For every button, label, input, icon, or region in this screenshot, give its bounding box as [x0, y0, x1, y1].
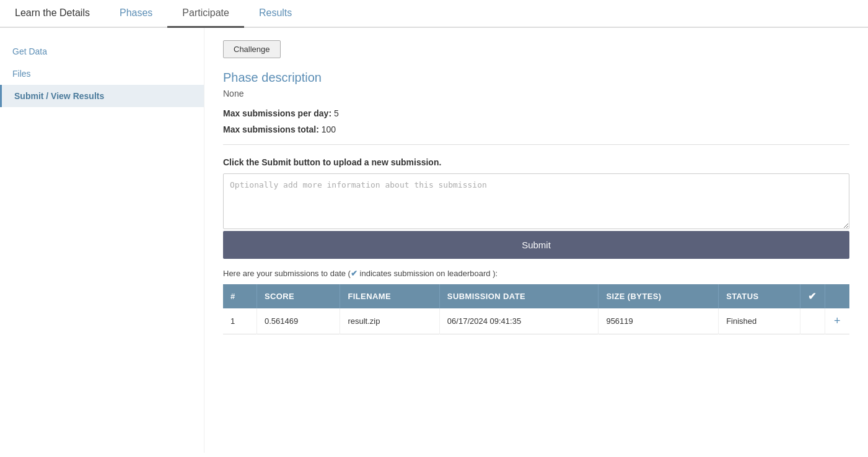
top-nav: Learn the Details Phases Participate Res…	[0, 0, 868, 28]
cell-size-bytes: 956119	[598, 308, 719, 334]
col-header-size-bytes: SIZE (BYTES)	[598, 284, 719, 308]
sidebar-item-files[interactable]: Files	[0, 63, 204, 85]
cell-action[interactable]: +	[825, 308, 849, 334]
tab-results[interactable]: Results	[244, 0, 307, 28]
sidebar-item-get-data[interactable]: Get Data	[0, 40, 204, 63]
phase-title: Phase description	[223, 71, 849, 85]
challenge-button[interactable]: Challenge	[223, 40, 281, 58]
col-header-num: #	[223, 284, 257, 308]
table-header-row: # SCORE FILENAME SUBMISSION DATE SIZE (B…	[223, 284, 849, 308]
cell-filename: result.zip	[340, 308, 439, 334]
checkmark-header-icon: ✔	[808, 291, 816, 302]
col-header-leaderboard: ✔	[800, 284, 825, 308]
submissions-to-date-text: Here are your submissions to date (✔ ind…	[223, 269, 849, 278]
col-header-filename: FILENAME	[340, 284, 439, 308]
cell-score: 0.561469	[257, 308, 340, 334]
sidebar: Get Data Files Submit / View Results	[0, 28, 204, 453]
main-content: Challenge Phase description None Max sub…	[204, 28, 868, 453]
cell-num: 1	[223, 308, 257, 334]
col-header-submission-date: SUBMISSION DATE	[439, 284, 598, 308]
cell-leaderboard-check	[800, 308, 825, 334]
cell-status: Finished	[719, 308, 800, 334]
col-header-action	[825, 284, 849, 308]
col-header-status: STATUS	[719, 284, 800, 308]
col-header-score: SCORE	[257, 284, 340, 308]
divider	[223, 144, 849, 145]
submit-button[interactable]: Submit	[223, 231, 849, 259]
tab-learn-details[interactable]: Learn the Details	[0, 0, 105, 28]
submit-instruction: Click the Submit button to upload a new …	[223, 157, 849, 167]
expand-icon[interactable]: +	[834, 315, 841, 327]
submission-description-textarea[interactable]	[223, 173, 849, 229]
phase-description: None	[223, 89, 849, 98]
sidebar-item-submit-view[interactable]: Submit / View Results	[0, 85, 204, 107]
table-row: 1 0.561469 result.zip 06/17/2024 09:41:3…	[223, 308, 849, 334]
max-submissions-per-day: Max submissions per day: 5	[223, 108, 849, 118]
max-submissions-total: Max submissions total: 100	[223, 124, 849, 134]
leaderboard-checkmark-info: ✔	[351, 269, 357, 278]
tab-phases[interactable]: Phases	[105, 0, 167, 28]
tab-participate[interactable]: Participate	[167, 0, 244, 28]
submissions-table: # SCORE FILENAME SUBMISSION DATE SIZE (B…	[223, 284, 849, 334]
cell-submission-date: 06/17/2024 09:41:35	[439, 308, 598, 334]
main-layout: Get Data Files Submit / View Results Cha…	[0, 28, 868, 453]
